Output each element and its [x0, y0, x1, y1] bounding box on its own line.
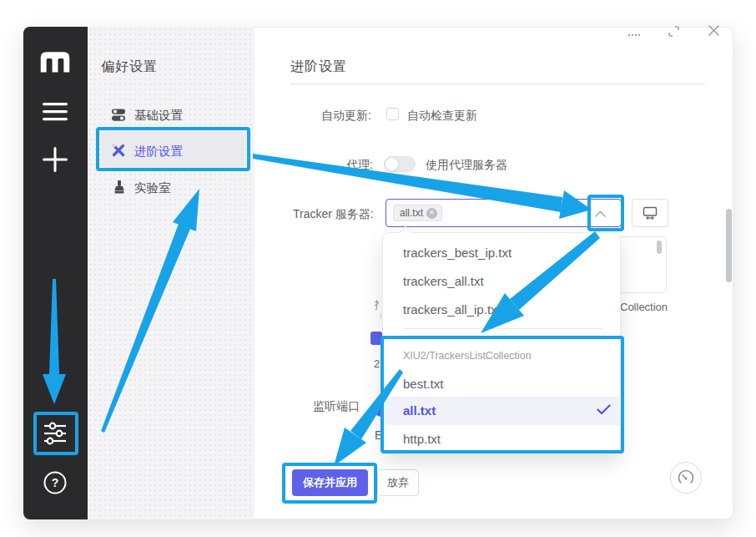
auto-update-label: 自动更新: — [321, 109, 371, 124]
listen-port-label: 监听端口 — [313, 399, 360, 414]
update-trackers-button[interactable] — [632, 199, 668, 227]
tracker-label: Tracker 服务器: — [293, 207, 374, 222]
dropdown-selected-label: all.txt — [403, 403, 436, 418]
sidebar-item-basic-settings[interactable]: 基础设置 — [134, 108, 183, 124]
dropdown-divider — [403, 328, 602, 329]
chevron-up-icon[interactable] — [595, 210, 606, 218]
add-task-icon[interactable] — [43, 147, 68, 172]
dropdown-item[interactable]: best.txt — [403, 377, 443, 391]
checkmark-icon — [597, 404, 611, 415]
dropdown-group-label: XIU2/TrackersListCollection — [403, 350, 532, 362]
textarea-scrollbar[interactable] — [657, 241, 662, 254]
svg-text:?: ? — [52, 476, 59, 489]
task-list-icon[interactable] — [43, 103, 68, 121]
auto-update-checkbox[interactable] — [386, 108, 399, 120]
dropdown-item[interactable]: trackers_all_ip.txt — [403, 302, 501, 317]
obscured-text-fragment: 2 — [374, 357, 380, 370]
sync-icon — [643, 206, 658, 220]
auto-update-checkbox-label[interactable]: 自动检查更新 — [407, 109, 477, 124]
nav-sidebar — [88, 27, 255, 519]
proxy-toggle-knob — [385, 157, 399, 171]
screenshot-root: ? 偏好设置 基础设置 进阶设置 实验室 进阶设置 自动更新: 自动检查更新 代… — [0, 0, 756, 537]
page-title: 进阶设置 — [290, 58, 347, 76]
proxy-toggle[interactable] — [384, 156, 416, 172]
dropdown-item[interactable]: trackers_best_ip.txt — [403, 246, 512, 260]
sidebar-item-lab[interactable]: 实验室 — [134, 180, 171, 196]
advanced-tools-icon — [111, 143, 126, 158]
tag-close-icon[interactable]: × — [426, 208, 437, 219]
close-icon[interactable] — [708, 24, 720, 37]
tracker-select-input[interactable]: all.txt × — [386, 199, 622, 227]
motrix-logo — [39, 50, 71, 73]
tracker-dropdown: trackers_best_ip.txt trackers_all.txt tr… — [382, 232, 621, 454]
obscured-link-fragment — [370, 332, 382, 345]
maximize-icon[interactable] — [668, 25, 680, 38]
preferences-sliders-icon[interactable] — [40, 418, 70, 448]
title-divider — [290, 84, 705, 84]
proxy-switch-label: 使用代理服务器 — [426, 158, 507, 173]
lab-stamp-icon — [112, 180, 127, 195]
save-apply-button[interactable]: 保存并应用 — [292, 469, 368, 496]
minimize-icon[interactable] — [628, 34, 640, 36]
tracker-tag: all.txt × — [393, 205, 442, 221]
dropdown-item[interactable]: trackers_all.txt — [403, 274, 484, 288]
window-scrollbar[interactable] — [726, 209, 732, 282]
speed-limit-icon[interactable] — [670, 462, 702, 494]
discard-button[interactable]: 放弃 — [377, 469, 419, 496]
dropdown-item[interactable]: http.txt — [403, 432, 441, 446]
obscured-text-fragment: E — [375, 428, 382, 442]
obscured-text-fragment: 〈 — [374, 310, 381, 324]
proxy-label: 代理: — [346, 158, 373, 173]
helper-text-fragment: Collection — [620, 301, 668, 313]
help-icon[interactable]: ? — [43, 471, 67, 494]
sidebar-item-advanced-settings-label: 进阶设置 — [134, 144, 183, 160]
nav-title: 偏好设置 — [101, 58, 158, 76]
basic-settings-icon — [111, 107, 126, 122]
tracker-tag-label: all.txt — [400, 207, 423, 219]
